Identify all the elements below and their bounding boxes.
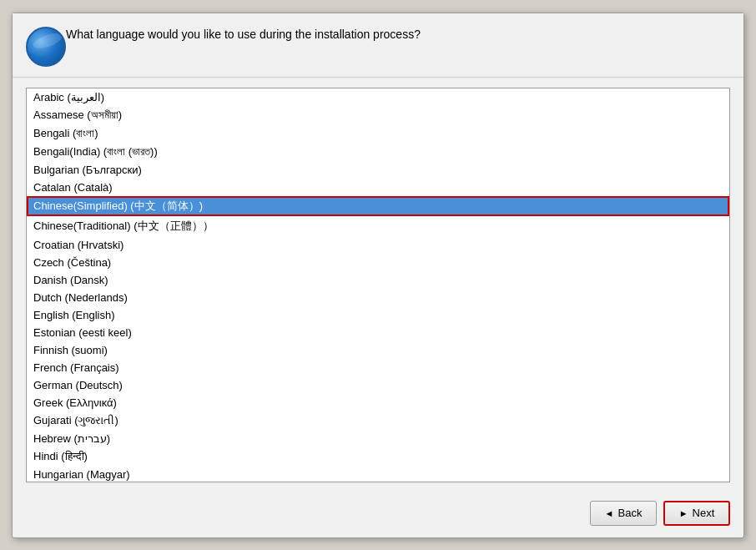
list-item[interactable]: Hindi (हिन्दी) [27, 447, 729, 466]
list-item[interactable]: Croatian (Hrvatski) [27, 236, 729, 254]
list-item[interactable]: Danish (Dansk) [27, 271, 729, 289]
next-label: Next [693, 507, 715, 519]
list-item[interactable]: Chinese(Traditional) (中文（正體）） [27, 216, 729, 236]
list-item[interactable]: Hebrew (עברית) [27, 430, 729, 447]
back-label: Back [617, 507, 642, 519]
list-item[interactable]: Assamese (অসমীয়া) [27, 106, 729, 124]
list-item[interactable]: Bulgarian (Български) [27, 161, 729, 179]
list-item[interactable]: Gujarati (ગુજરાતી) [27, 411, 729, 430]
header-question: What language would you like to use duri… [66, 27, 421, 43]
back-button[interactable]: ◄ Back [590, 501, 657, 526]
list-item[interactable]: Bengali(India) (বাংলা (ভারত)) [27, 143, 729, 161]
dialog-footer: ◄ Back ► Next [13, 492, 743, 537]
dialog-header: What language would you like to use duri… [13, 13, 743, 78]
next-button[interactable]: ► Next [663, 501, 730, 526]
list-item[interactable]: Estonian (eesti keel) [27, 324, 729, 341]
globe-icon [26, 27, 66, 67]
list-item[interactable]: Greek (Ελληνικά) [27, 394, 729, 411]
language-listbox-wrapper: Arabic (العربية)Assamese (অসমীয়া)Bengal… [26, 88, 730, 482]
list-item[interactable]: English (English) [27, 306, 729, 324]
list-item[interactable]: Bengali (বাংলা) [27, 124, 729, 143]
list-item[interactable]: Dutch (Nederlands) [27, 289, 729, 306]
dialog-content: Arabic (العربية)Assamese (অসমীয়া)Bengal… [13, 78, 743, 492]
language-list[interactable]: Arabic (العربية)Assamese (অসমীয়া)Bengal… [27, 88, 729, 482]
next-icon: ► [679, 508, 688, 518]
back-icon: ◄ [605, 508, 614, 518]
list-item[interactable]: Catalan (Català) [27, 179, 729, 196]
list-item[interactable]: Finnish (suomi) [27, 341, 729, 359]
list-item[interactable]: Chinese(Simplified) (中文（简体）) [27, 196, 729, 216]
list-item[interactable]: German (Deutsch) [27, 376, 729, 394]
list-item[interactable]: Hungarian (Magyar) [27, 466, 729, 482]
install-dialog: What language would you like to use duri… [12, 13, 744, 538]
list-item[interactable]: French (Français) [27, 359, 729, 376]
list-item[interactable]: Arabic (العربية) [27, 88, 729, 106]
list-item[interactable]: Czech (Čeština) [27, 254, 729, 271]
